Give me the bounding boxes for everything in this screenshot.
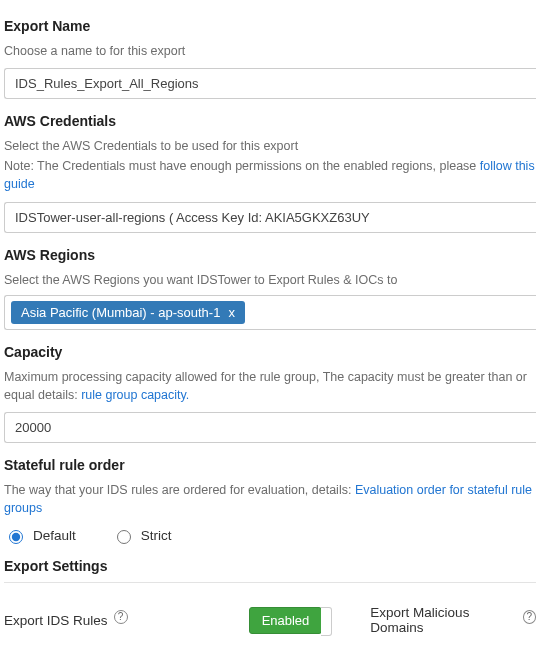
section-rule-order: Stateful rule order The way that your ID…	[4, 457, 536, 544]
export-name-hint: Choose a name to for this export	[4, 42, 536, 60]
export-ids-rules-label: Export IDS Rules	[4, 613, 108, 628]
rule-order-hint-prefix: The way that your IDS rules are ordered …	[4, 483, 355, 497]
rule-order-radio-default-input[interactable]	[9, 530, 23, 544]
section-capacity: Capacity Maximum processing capacity all…	[4, 344, 536, 443]
export-malicious-domains-label: Export Malicious Domains	[370, 605, 516, 635]
section-export-name: Export Name Choose a name to for this ex…	[4, 18, 536, 99]
rule-order-radio-strict-input[interactable]	[117, 530, 131, 544]
rule-order-radio-default[interactable]: Default	[4, 527, 76, 544]
aws-credentials-hint2: Note: The Credentials must have enough p…	[4, 157, 536, 193]
rule-order-hint: The way that your IDS rules are ordered …	[4, 481, 536, 517]
export-ids-rules-label-cell: Export IDS Rules ?	[4, 613, 249, 628]
export-name-title: Export Name	[4, 18, 536, 34]
region-chip-label: Asia Pacific (Mumbai) - ap-south-1	[21, 305, 220, 320]
aws-credentials-input[interactable]	[4, 202, 536, 233]
rule-order-title: Stateful rule order	[4, 457, 536, 473]
section-aws-credentials: AWS Credentials Select the AWS Credentia…	[4, 113, 536, 232]
export-malicious-domains-label-cell: Export Malicious Domains ?	[370, 605, 536, 635]
aws-credentials-hint2-prefix: Note: The Credentials must have enough p…	[4, 159, 480, 173]
divider	[4, 582, 536, 583]
section-aws-regions: AWS Regions Select the AWS Regions you w…	[4, 247, 536, 330]
capacity-hint: Maximum processing capacity allowed for …	[4, 368, 536, 404]
export-ids-rules-toggle[interactable]: Enabled	[249, 607, 323, 634]
export-settings-title: Export Settings	[4, 558, 536, 574]
rule-order-radios: Default Strict	[4, 527, 536, 544]
aws-regions-chip-input[interactable]: Asia Pacific (Mumbai) - ap-south-1 x	[4, 295, 536, 330]
rule-group-capacity-link[interactable]: rule group capacity.	[81, 388, 189, 402]
aws-credentials-title: AWS Credentials	[4, 113, 536, 129]
capacity-title: Capacity	[4, 344, 536, 360]
aws-credentials-hint1: Select the AWS Credentials to be used fo…	[4, 137, 536, 155]
region-chip-remove-icon[interactable]: x	[228, 305, 235, 320]
section-export-settings: Export Settings Export IDS Rules ? Enabl…	[4, 558, 536, 649]
help-icon[interactable]: ?	[114, 610, 128, 624]
rule-order-radio-default-label: Default	[33, 528, 76, 543]
export-ids-rules-row: Export IDS Rules ? Enabled Export Malici…	[4, 605, 536, 635]
export-name-input[interactable]	[4, 68, 536, 99]
aws-regions-title: AWS Regions	[4, 247, 536, 263]
region-chip: Asia Pacific (Mumbai) - ap-south-1 x	[11, 301, 245, 324]
rule-order-radio-strict[interactable]: Strict	[112, 527, 172, 544]
aws-regions-hint: Select the AWS Regions you want IDSTower…	[4, 271, 536, 289]
help-icon[interactable]: ?	[523, 610, 536, 624]
capacity-input[interactable]	[4, 412, 536, 443]
rule-order-radio-strict-label: Strict	[141, 528, 172, 543]
